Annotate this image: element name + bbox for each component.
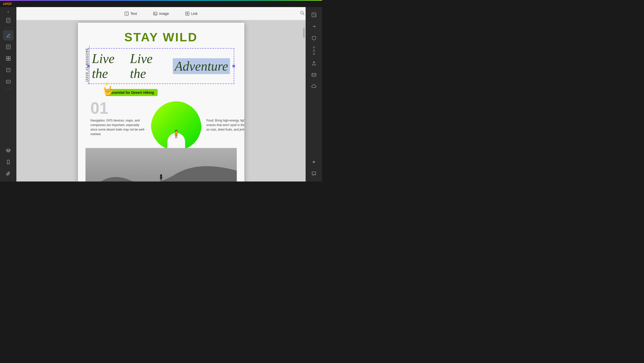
right-sidebar: ✦ [306,7,322,182]
desert-person: 🧍 [158,174,164,181]
sidebar-protect-button[interactable] [309,33,319,43]
scroll-dot-3 [313,53,315,55]
adventure-inner: Adventure [175,59,228,73]
scrollbar-thumb[interactable] [303,28,305,38]
title-bar: UPDF [0,0,322,7]
sidebar-bottom [3,145,14,182]
desert-label-area: ⚡ 🤟 Essential for Desert Hiking [101,89,237,99]
right-col: 02 Food: Bring high-energy, lightweight … [207,100,244,132]
scrollbar-track[interactable] [303,25,305,176]
sidebar-sep-2 [5,89,12,89]
live-the-text-span: Live the [130,51,171,81]
desc-02: Food: Bring high-energy, lightweight sna… [207,118,244,132]
title-bar-gradient [0,0,322,1]
number-01: 01 [91,100,146,116]
adventure-text-span: Adventure [173,58,230,74]
hand-icon: 🤟 [103,85,114,96]
svg-point-3 [154,13,155,13]
sidebar-grid-button[interactable] [3,53,14,64]
scroll-dot-2 [313,50,315,52]
sidebar-form-button[interactable] [3,76,14,87]
app-logo: UPDF [3,2,12,6]
scroll-dot-1 [313,46,315,48]
sidebar-ocr-button[interactable] [309,10,319,20]
sidebar-list-button[interactable] [3,42,14,52]
link-tool-label: Link [191,12,198,16]
selection-handle-right [232,65,235,67]
svg-rect-8 [6,56,8,58]
desert-photo: 🧍 [85,148,237,182]
pdf-page: ISSUE 23 MAGAZINE STAY WILD Live the Liv… [78,23,244,182]
live-the-span: Live the [92,51,130,81]
text-selection-box[interactable]: Live the Live the Adventure [88,48,234,84]
sidebar-bookmark-button[interactable] [3,157,14,167]
svg-text:T: T [126,12,128,15]
svg-rect-15 [312,73,316,76]
svg-rect-12 [7,68,10,72]
svg-rect-11 [9,59,10,60]
top-toolbar: T Text Image Link [16,7,306,20]
link-tool-icon [185,11,190,16]
svg-rect-9 [9,56,10,58]
sidebar-ai-button[interactable]: ✦ [309,157,319,167]
text-tool-button[interactable]: T Text [121,10,140,17]
image-tool-label: Image [159,12,169,16]
page-content: ISSUE 23 MAGAZINE STAY WILD Live the Liv… [78,23,244,182]
svg-rect-13 [6,80,10,83]
sidebar-layers-button[interactable] [3,145,14,156]
text-tool-icon: T [124,11,129,16]
scroll-indicators [313,46,315,55]
sidebar-document-button[interactable] [3,15,14,26]
sidebar-chat-button[interactable] [309,168,319,179]
scroll-up-icon: ▲ [7,10,10,13]
desert-section: ⚡ 🤟 Essential for Desert Hiking 01 Navig… [85,89,237,150]
image-tool-button[interactable]: Image [150,10,172,17]
selection-handle-left [87,65,90,67]
text-tool-label: Text [130,12,137,16]
live-the-adventure-text: Live the Live the Adventure [92,51,230,81]
svg-rect-10 [6,59,8,60]
sidebar-share-button[interactable] [309,58,319,69]
sidebar-stamp-button[interactable] [3,65,14,75]
main-content: ISSUE 23 MAGAZINE STAY WILD Live the Liv… [16,20,306,182]
person-silhouette: 🧍 [171,130,181,138]
content-grid: 01 Navigation: GPS devices, maps, and co… [85,100,237,150]
image-tool-icon [153,11,158,16]
sidebar-sep-1 [5,28,12,28]
search-button[interactable] [300,11,305,17]
sidebar-highlight-button[interactable] [3,30,14,41]
center-circle-area: 🧍 [151,100,201,150]
desc-01: Navigation: GPS devices, maps, and compa… [91,118,146,136]
sidebar-cloud-button[interactable] [309,81,319,92]
link-tool-button[interactable]: Link [182,10,201,17]
stay-wild-heading: STAY WILD [85,30,237,44]
left-sidebar: ▲ [0,7,16,182]
sidebar-attachment-button[interactable] [3,168,14,179]
number-02: 02 [207,100,244,116]
sidebar-mail-button[interactable] [309,70,319,80]
circle-wrapper: 🧍 [151,100,201,150]
right-sidebar-bottom: ✦ [309,157,319,182]
left-col: 01 Navigation: GPS devices, maps, and co… [91,100,146,136]
sidebar-convert-button[interactable] [309,21,319,32]
